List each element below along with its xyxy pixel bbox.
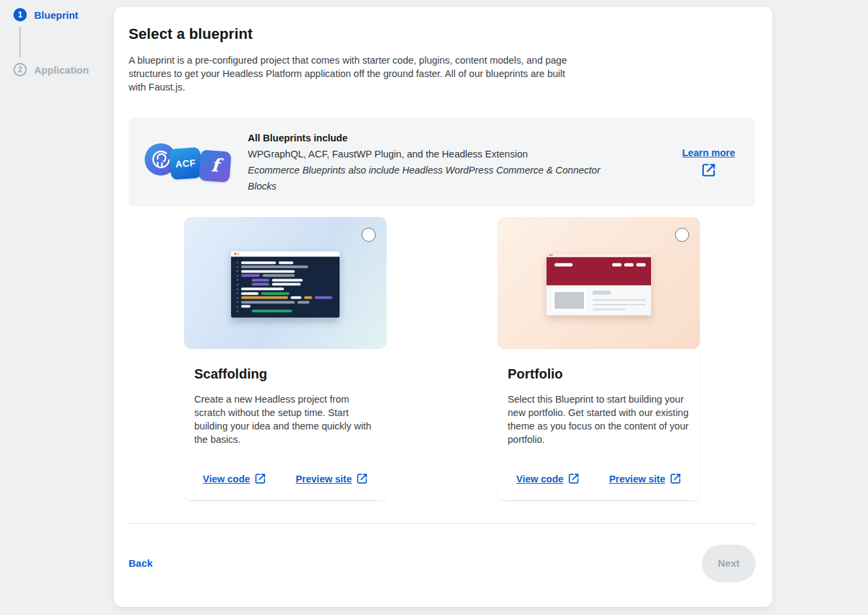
external-link-icon xyxy=(255,473,266,484)
wizard-footer: Back Next xyxy=(129,524,755,602)
external-link-icon xyxy=(356,473,368,484)
scaffolding-view-code-link[interactable]: View code xyxy=(203,473,267,484)
acf-logo-icon: ACF xyxy=(169,147,202,180)
next-button[interactable]: Next xyxy=(702,545,755,582)
info-box-line1: WPGraphQL, ACF, FaustWP Plugin, and the … xyxy=(248,146,660,162)
faustjs-logo-icon: f xyxy=(198,149,231,182)
blueprint-cards: Scaffolding Create a new Headless projec… xyxy=(129,217,755,500)
scaffolding-card-body: Scaffolding Create a new Headless projec… xyxy=(184,366,386,500)
back-button[interactable]: Back xyxy=(129,557,153,569)
scaffolding-preview-site-link[interactable]: Preview site xyxy=(295,473,368,484)
blueprint-card-scaffolding[interactable]: Scaffolding Create a new Headless projec… xyxy=(184,217,386,500)
info-box-line2: Ecommerce Blueprints also include Headle… xyxy=(248,162,613,194)
blueprint-card-portfolio[interactable]: Portfolio Select this Blueprint to start… xyxy=(498,217,700,500)
portfolio-links: View code Preview site xyxy=(508,473,690,500)
stepper-step-blueprint[interactable]: 1 Blueprint xyxy=(13,8,114,21)
scaffolding-radio[interactable] xyxy=(362,228,376,242)
portfolio-card-body: Portfolio Select this Blueprint to start… xyxy=(498,366,700,500)
scaffolding-thumbnail xyxy=(184,217,386,349)
portfolio-description: Select this Blueprint to start building … xyxy=(508,393,690,446)
info-box-text: All Blueprints include WPGraphQL, ACF, F… xyxy=(248,130,660,194)
plugin-logos: ACF f xyxy=(145,141,230,184)
code-editor-illustration xyxy=(231,251,340,318)
preview-site-label: Preview site xyxy=(295,474,352,484)
stepper-step-application[interactable]: 2 Application xyxy=(13,63,114,76)
wizard-stepper: 1 Blueprint 2 Application xyxy=(13,8,114,76)
portfolio-radio[interactable] xyxy=(675,228,689,242)
step-2-label: Application xyxy=(34,64,89,76)
step-1-label: Blueprint xyxy=(34,9,78,21)
preview-site-label: Preview site xyxy=(609,474,665,484)
portfolio-thumbnail xyxy=(498,217,700,349)
portfolio-title: Portfolio xyxy=(508,366,690,382)
portfolio-preview-site-link[interactable]: Preview site xyxy=(609,473,681,484)
step-1-badge: 1 xyxy=(13,8,27,21)
view-code-label: View code xyxy=(516,474,564,484)
page-title: Select a blueprint xyxy=(129,25,755,43)
blueprints-info-box: ACF f All Blueprints include WPGraphQL, … xyxy=(129,118,755,206)
website-illustration xyxy=(547,253,651,315)
scaffolding-description: Create a new Headless project from scrat… xyxy=(194,393,376,446)
info-box-heading: All Blueprints include xyxy=(248,130,660,146)
scaffolding-title: Scaffolding xyxy=(194,366,376,382)
view-code-label: View code xyxy=(203,474,250,484)
page-description: A blueprint is a pre-configured project … xyxy=(129,54,579,94)
learn-more-link[interactable]: Learn more xyxy=(678,147,739,178)
external-link-icon xyxy=(701,163,716,178)
external-link-icon xyxy=(568,473,579,484)
select-blueprint-panel: Select a blueprint A blueprint is a pre-… xyxy=(114,7,772,607)
portfolio-view-code-link[interactable]: View code xyxy=(516,473,580,484)
learn-more-label[interactable]: Learn more xyxy=(682,147,735,158)
stepper-connector xyxy=(19,27,21,58)
external-link-icon xyxy=(670,473,681,484)
step-2-badge: 2 xyxy=(13,63,27,76)
scaffolding-links: View code Preview site xyxy=(194,473,376,500)
